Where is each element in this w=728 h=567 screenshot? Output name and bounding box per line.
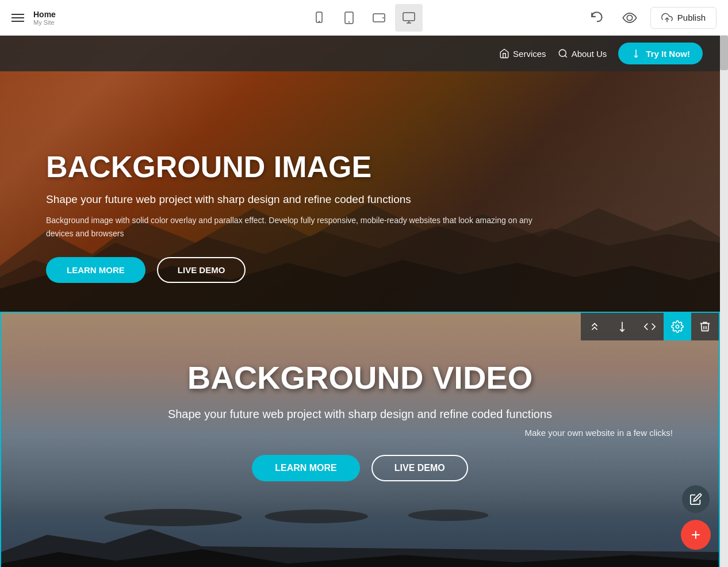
nav-about-label: About Us — [572, 49, 607, 59]
toolbar-download-button[interactable] — [608, 313, 636, 340]
fab-add-button[interactable]: + — [681, 520, 711, 550]
svg-point-18 — [104, 509, 242, 526]
section2-live-demo-button[interactable]: LIVE DEMO — [371, 455, 468, 481]
scrollbar-thumb[interactable] — [720, 36, 728, 70]
preview-button[interactable] — [618, 6, 641, 29]
svg-point-20 — [408, 509, 489, 521]
editor-right-actions: Publish — [586, 6, 716, 29]
site-home-label: Home — [33, 10, 56, 19]
site-name-label: My Site — [33, 19, 56, 26]
section1-subtitle: Shape your future web project with sharp… — [46, 193, 506, 206]
editor-bar: Home My Site Publ — [0, 0, 728, 36]
desktop-view-button[interactable] — [395, 4, 423, 32]
toolbar-code-button[interactable] — [636, 313, 664, 340]
scrollbar-track — [720, 36, 728, 567]
section1-learn-more-button[interactable]: LEARN MORE — [46, 257, 145, 283]
section1-live-demo-button[interactable]: LIVE DEMO — [157, 257, 246, 283]
svg-point-19 — [265, 509, 368, 523]
nav-try-label: Try It Now! — [646, 49, 690, 59]
section2-learn-more-button[interactable]: LEARN MORE — [252, 455, 360, 481]
section2-buttons: LEARN MORE LIVE DEMO — [1, 455, 719, 481]
toolbar-move-button[interactable] — [581, 313, 608, 340]
svg-point-24 — [676, 325, 679, 328]
section1-buttons: LEARN MORE LIVE DEMO — [46, 257, 720, 283]
svg-point-14 — [559, 49, 566, 56]
nav-services[interactable]: Services — [499, 48, 546, 59]
mobile-view-button[interactable] — [305, 4, 333, 32]
section2-subtitle: Shape your future web project with sharp… — [1, 408, 719, 421]
tablet-landscape-button[interactable] — [365, 4, 393, 32]
toolbar-settings-button[interactable] — [664, 313, 691, 340]
section2-title: BACKGROUND VIDEO — [1, 359, 719, 396]
fab-container: + — [681, 485, 711, 550]
svg-rect-6 — [403, 13, 415, 21]
section1-content: BACKGROUND IMAGE Shape your future web p… — [0, 150, 720, 283]
undo-button[interactable] — [586, 6, 609, 29]
section-toolbar — [581, 313, 719, 340]
device-switcher — [305, 4, 423, 32]
svg-line-15 — [565, 55, 566, 57]
fab-edit-button[interactable] — [682, 485, 710, 513]
publish-button[interactable]: Publish — [650, 7, 716, 29]
section-background-video: BACKGROUND VIDEO Shape your future web p… — [0, 312, 720, 567]
ocean-decoration — [1, 472, 719, 567]
site-navbar: Services About Us Try It Now! — [0, 36, 720, 71]
section-background-image: Services About Us Try It Now! BACKGROUND… — [0, 36, 720, 312]
hamburger-menu[interactable] — [12, 14, 24, 22]
nav-about-us[interactable]: About Us — [558, 48, 607, 59]
section1-description: Background image with solid color overla… — [46, 214, 541, 240]
publish-label: Publish — [677, 13, 706, 22]
canvas: Services About Us Try It Now! BACKGROUND… — [0, 36, 720, 567]
section1-title: BACKGROUND IMAGE — [46, 150, 720, 184]
toolbar-delete-button[interactable] — [691, 313, 719, 340]
section2-tagline: Make your own website in a few clicks! — [1, 428, 719, 438]
site-info: Home My Site — [33, 10, 56, 26]
tablet-view-button[interactable] — [335, 4, 363, 32]
nav-try-now-button[interactable]: Try It Now! — [618, 43, 703, 64]
nav-services-label: Services — [513, 49, 546, 59]
svg-point-9 — [627, 15, 632, 20]
